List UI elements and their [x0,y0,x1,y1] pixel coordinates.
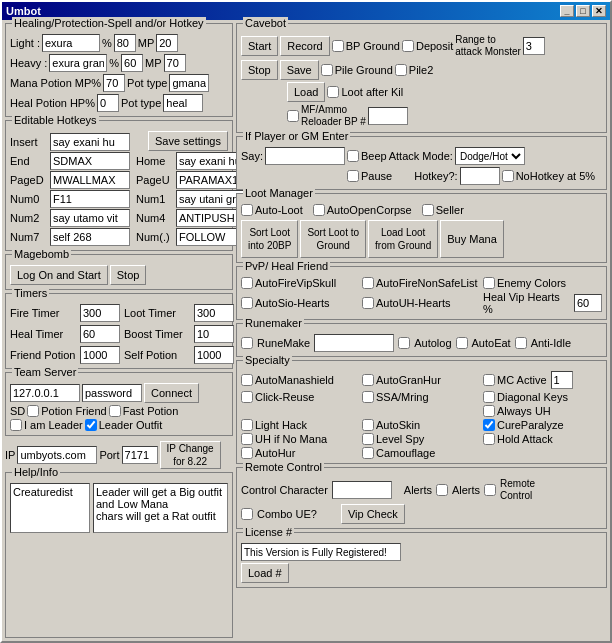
pile2-checkbox[interactable] [395,64,407,76]
light-pct-input[interactable] [114,34,136,52]
auh2-checkbox[interactable] [483,405,495,417]
heavy-pct-input[interactable] [121,54,143,72]
cam-checkbox[interactable] [362,447,374,459]
cavebot-load-button[interactable]: Load [287,82,325,102]
rune-val-input[interactable] [314,334,394,352]
uinm-checkbox[interactable] [241,433,253,445]
ip-input[interactable] [17,446,97,464]
load-from-ground-button[interactable]: Load Lootfrom Ground [368,220,438,258]
mc-val-input[interactable] [551,371,573,389]
range-input[interactable] [523,37,545,55]
end-input[interactable] [50,152,130,170]
ip-change-button[interactable]: IP Changefor 8.22 [160,441,221,469]
seller-checkbox[interactable] [422,204,434,216]
combo-ue-checkbox[interactable] [241,508,253,520]
heavy-spell-input[interactable] [49,54,107,72]
autolog-checkbox[interactable] [398,337,410,349]
anti-idle-checkbox[interactable] [515,337,527,349]
afns-checkbox[interactable] [362,277,374,289]
maximize-button[interactable]: □ [576,5,590,17]
auto-eat-checkbox[interactable] [456,337,468,349]
insert-input[interactable] [50,133,130,151]
alerts-checkbox[interactable] [436,484,448,496]
potion-friend-checkbox[interactable] [27,405,39,417]
dk-checkbox[interactable] [483,391,495,403]
team-server-ip-input[interactable] [10,384,80,402]
ssa-checkbox[interactable] [362,391,374,403]
deposit-checkbox[interactable] [402,40,414,52]
cp-checkbox[interactable] [483,419,495,431]
cavebot-stop-button[interactable]: Stop [241,60,278,80]
beep-checkbox[interactable] [347,150,359,162]
agh-checkbox[interactable] [362,374,374,386]
say-input[interactable] [265,147,345,165]
pile-ground-checkbox[interactable] [321,64,333,76]
bp-ground-checkbox[interactable] [332,40,344,52]
num7-input[interactable] [50,228,130,246]
no-hotkey-checkbox[interactable] [502,170,514,182]
heal-pct-input[interactable] [97,94,119,112]
avs-checkbox[interactable] [241,277,253,289]
heal-vip-hearts-input[interactable] [574,294,602,312]
paged-input[interactable] [50,171,130,189]
logon-start-button[interactable]: Log On and Start [10,265,108,285]
friend-potion-input[interactable] [80,346,120,364]
ash-checkbox[interactable] [241,297,253,309]
runemaker-group: Runemaker RuneMake Autolog AutoEat Anti-… [236,323,607,357]
save-settings-button[interactable]: Save settings [148,131,228,151]
fire-timer-input[interactable] [80,304,120,322]
leader-outfit-checkbox[interactable] [85,419,97,431]
light-spell-input[interactable] [42,34,100,52]
ams-checkbox[interactable] [241,374,253,386]
mc-active-checkbox[interactable] [483,374,495,386]
loot-timer-input[interactable] [194,304,234,322]
lh-checkbox[interactable] [241,419,253,431]
ah-checkbox[interactable] [241,447,253,459]
num0-input[interactable] [50,190,130,208]
remote-checkbox[interactable] [484,484,496,496]
num2-input[interactable] [50,209,130,227]
hotkey-input[interactable] [460,167,500,185]
self-potion-input[interactable] [194,346,234,364]
sort-to-ground-button[interactable]: Sort Loot toGround [300,220,366,258]
ha-checkbox[interactable] [483,433,495,445]
heal-timer-input[interactable] [80,325,120,343]
ec-checkbox[interactable] [483,277,495,289]
connect-button[interactable]: Connect [144,383,199,403]
light-mp-input[interactable] [156,34,178,52]
port-input[interactable] [122,446,158,464]
cavebot-record-button[interactable]: Record [280,36,329,56]
buy-mana-button[interactable]: Buy Mana [440,220,504,258]
pot-type1-input[interactable] [169,74,209,92]
control-char-input[interactable] [332,481,392,499]
i-am-leader-checkbox[interactable] [10,419,22,431]
auto-loot-checkbox[interactable] [241,204,253,216]
auh-checkbox[interactable] [362,297,374,309]
load-license-button[interactable]: Load # [241,563,289,583]
vip-check-button[interactable]: Vip Check [341,504,405,524]
ls-checkbox[interactable] [362,433,374,445]
team-server-password-input[interactable] [82,384,142,402]
loot-after-kil-checkbox[interactable] [327,86,339,98]
rune-make-checkbox[interactable] [241,337,253,349]
creature-list-box[interactable]: Creaturedist [10,483,90,533]
minimize-button[interactable]: _ [560,5,574,17]
sort-into-20bp-button[interactable]: Sort Lootinto 20BP [241,220,298,258]
heavy-mp-input[interactable] [164,54,186,72]
cavebot-save-button[interactable]: Save [280,60,319,80]
cr-checkbox[interactable] [241,391,253,403]
pot-type2-input[interactable] [163,94,203,112]
as-checkbox[interactable] [362,419,374,431]
mana-pct-input[interactable] [103,74,125,92]
auto-open-corpse-checkbox[interactable] [313,204,325,216]
boost-timer-input[interactable] [194,325,234,343]
magebomb-stop-button[interactable]: Stop [110,265,147,285]
attack-mode-select[interactable]: Dodge/Hot Stand/Hot [455,147,525,165]
close-button[interactable]: ✕ [592,5,606,17]
help-group: Help/Info Creaturedist Leader will get a… [5,472,233,638]
pause-checkbox[interactable] [347,170,359,182]
mf-checkbox[interactable] [287,110,299,122]
mf-input[interactable] [368,107,408,125]
fast-potion-checkbox[interactable] [109,405,121,417]
cavebot-start-button[interactable]: Start [241,36,278,56]
